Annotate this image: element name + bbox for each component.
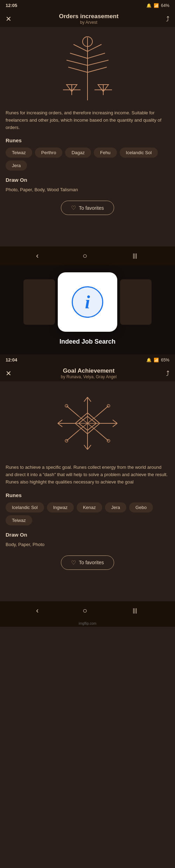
svg-line-30	[58, 423, 62, 427]
svg-line-2	[74, 44, 88, 51]
favorites-button-1[interactable]: ♡ To favorites	[61, 201, 114, 215]
card-1: Runes for increasing orders, and therefo…	[0, 27, 175, 225]
heart-icon-2: ♡	[71, 559, 76, 566]
svg-line-5	[88, 53, 105, 58]
rune-tag-0: Teiwaz	[6, 148, 32, 158]
wifi-icon-2: 📶	[154, 358, 159, 363]
page-subtitle-1: by Arvest	[12, 20, 166, 25]
screen2: 12:04 🔔 📶 65% ✕ Goal Achievement by Runa…	[0, 354, 175, 626]
svg-line-27	[88, 445, 91, 450]
notification-icon: 🔔	[146, 3, 152, 8]
description-2: Runes to achieve a specific goal. Runes …	[6, 464, 169, 486]
nav-bar-middle: ‹ ○ ⫼	[0, 246, 175, 265]
page-subtitle-2: by Runava, Velya, Gray Angel	[12, 374, 166, 379]
svg-line-9	[88, 67, 107, 72]
svg-line-23	[84, 397, 88, 402]
rune-tag-5: Jera	[6, 160, 27, 171]
time-1: 12:05	[6, 3, 17, 8]
rune-tag-4: Icelandic Sol	[120, 148, 158, 158]
svg-line-6	[66, 60, 88, 65]
nav-bar-bottom: ‹ ○ ⫼	[0, 601, 175, 620]
top-bar-1: ✕ Orders increasement by Arvest ⤴	[0, 9, 175, 27]
thumb-right	[120, 279, 152, 325]
rune-tag-3: Fehu	[94, 148, 117, 158]
recent-button-bottom[interactable]: ⫼	[131, 606, 139, 615]
card-2: Runes to achieve a specific goal. Runes …	[0, 381, 175, 580]
fav-btn-container-2: ♡ To favorites	[6, 555, 169, 570]
top-bar-2: ✕ Goal Achievement by Runava, Velya, Gra…	[0, 364, 175, 381]
draw-on-text-2: Body, Paper, Photo	[6, 542, 169, 547]
wifi-icon: 📶	[154, 3, 159, 8]
rune2-tag-4: Gebo	[129, 502, 153, 512]
rune2-tag-0: Icelandic Sol	[6, 502, 44, 512]
notification-icon-2: 🔔	[146, 358, 152, 363]
draw-on-text-1: Photo, Paper, Body, Wood Talisman	[6, 187, 169, 192]
header-title-area-2: Goal Achievement by Runava, Velya, Gray …	[12, 367, 166, 379]
battery-2: 65%	[161, 358, 169, 363]
back-button-nav[interactable]: ‹	[36, 251, 38, 260]
svg-line-8	[68, 67, 88, 72]
page-title-2: Goal Achievement	[12, 367, 166, 374]
runes-label-2: Runes	[6, 492, 169, 498]
time-2: 12:04	[6, 357, 17, 363]
draw-on-label-2: Draw On	[6, 532, 169, 538]
popup-icon-bg: i	[72, 286, 103, 318]
status-bar-2: 12:04 🔔 📶 65%	[0, 354, 175, 364]
svg-line-4	[70, 53, 88, 58]
favorites-label-1: To favorites	[79, 205, 104, 211]
favorites-button-2[interactable]: ♡ To favorites	[61, 555, 114, 570]
svg-line-7	[88, 60, 108, 65]
spacer-2	[0, 580, 175, 601]
svg-line-26	[84, 445, 88, 450]
runes-container-2: Icelandic Sol Ingwaz Kenaz Jera Gebo Tei…	[6, 502, 169, 525]
svg-line-36	[96, 406, 108, 416]
thumb-left	[23, 279, 55, 325]
status-bar-1: 12:05 🔔 📶 64%	[0, 0, 175, 9]
draw-on-label-1: Draw On	[6, 177, 169, 183]
watermark: imgflip.com	[0, 620, 175, 627]
rune-tag-2: Dagaz	[65, 148, 91, 158]
rune2-tag-2: Kenaz	[77, 502, 102, 512]
svg-line-40	[96, 430, 108, 441]
home-button-bottom[interactable]: ○	[83, 606, 87, 615]
screen1: 12:05 🔔 📶 64% ✕ Orders increasement by A…	[0, 0, 175, 246]
status-icons-1: 🔔 📶 64%	[146, 3, 169, 8]
battery-1: 64%	[161, 3, 169, 8]
share-button-1[interactable]: ⤴	[166, 15, 169, 23]
heart-icon-1: ♡	[71, 205, 76, 211]
recent-button-nav[interactable]: ⫼	[131, 251, 139, 260]
status-icons-2: 🔔 📶 65%	[146, 358, 169, 363]
popup-thumbnails: i	[0, 272, 175, 332]
svg-line-38	[66, 430, 79, 441]
popup-overlay: i Indeed Job Search	[0, 265, 175, 354]
runes-label-1: Runes	[6, 137, 169, 143]
svg-line-32	[113, 420, 117, 423]
close-button-2[interactable]: ✕	[6, 369, 12, 378]
svg-line-24	[88, 397, 91, 402]
back-button-bottom[interactable]: ‹	[36, 606, 38, 615]
runes-container-1: Teiwaz Perthro Dagaz Fehu Icelandic Sol …	[6, 148, 169, 171]
description-1: Runes for increasing orders, and therefo…	[6, 109, 169, 131]
header-title-area-1: Orders increasement by Arvest	[12, 13, 166, 25]
close-button-1[interactable]: ✕	[6, 15, 12, 23]
home-button-nav[interactable]: ○	[83, 251, 87, 260]
rune2-tag-5: Teiwaz	[6, 515, 32, 525]
svg-line-29	[58, 420, 62, 423]
page-title-1: Orders increasement	[12, 13, 166, 20]
favorites-label-2: To favorites	[79, 560, 104, 565]
popup-app-name: Indeed Job Search	[52, 335, 122, 351]
rune-symbol-1	[49, 34, 126, 104]
symbol-area-2	[6, 381, 169, 464]
rune-tag-1: Perthro	[35, 148, 63, 158]
svg-line-33	[113, 423, 117, 427]
rune2-tag-1: Ingwaz	[47, 502, 74, 512]
indeed-icon: i	[85, 292, 90, 313]
svg-line-3	[88, 44, 102, 51]
rune-symbol-2	[49, 388, 126, 458]
rune2-tag-3: Jera	[105, 502, 126, 512]
popup-app-card[interactable]: i	[58, 272, 117, 332]
spacer-1	[0, 225, 175, 246]
share-button-2[interactable]: ⤴	[166, 370, 169, 378]
symbol-area-1	[6, 27, 169, 109]
fav-btn-container-1: ♡ To favorites	[6, 201, 169, 215]
